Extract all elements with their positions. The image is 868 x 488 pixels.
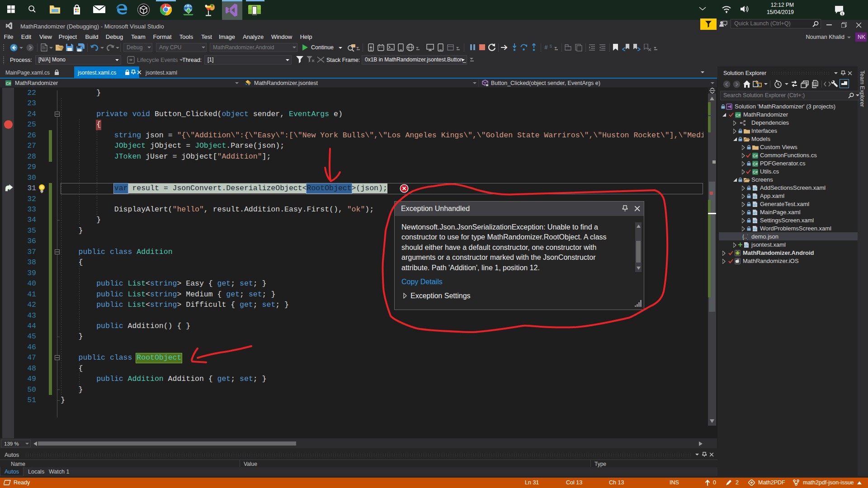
svg-text:C#: C# <box>753 170 758 174</box>
svg-text:{..}: {..} <box>742 234 748 240</box>
svg-text:C#: C# <box>753 162 758 166</box>
svg-text:C#: C# <box>736 113 741 117</box>
svg-text:1: 1 <box>841 12 843 16</box>
svg-text:#: # <box>544 44 548 51</box>
svg-text:C#: C# <box>753 154 758 158</box>
svg-text:C#: C# <box>6 81 11 86</box>
